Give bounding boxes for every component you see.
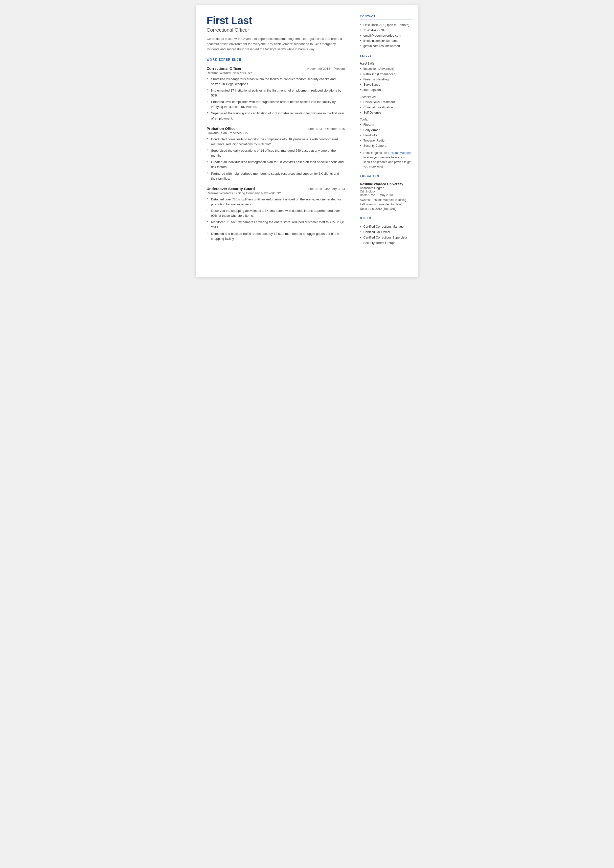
contact-heading: CONTACT [360,15,412,20]
job-bullets-2: Conducted home visits to monitor the com… [207,137,345,181]
skill-technique-3: Self Defense [360,110,412,115]
contact-location: Little Rock, AR (Open to Remote) [360,23,412,28]
candidate-name: First Last [207,15,345,26]
skill-tool-3: Handcuffs [360,133,412,138]
bullet-2-4: Partnered with neighborhood members to s… [207,171,345,181]
skills-techniques-list: Correctional Treatment Criminal Investig… [360,100,412,116]
skill-tool-4: Two-way Radio [360,138,412,143]
bullet-3-4: Detected and blocked traffic routes used… [207,231,345,241]
skills-tools-label: Tools: [360,118,412,121]
job-bullets-3: Detained over 780 shoplifters until law … [207,197,345,241]
skills-tools-list: Firearm Body Armor Handcuffs Two-way Rad… [360,122,412,149]
skills-note-prefix: Don't forget to use [363,151,389,155]
sidebar: CONTACT Little Rock, AR (Open to Remote)… [354,5,419,277]
bullet-1-4: Supervised the training and certificatio… [207,111,345,121]
skill-technique-1: Correctional Treatment [360,100,412,105]
bullet-1-3: Enforced 95% compliance with thorough se… [207,99,345,109]
job-header-3: Undercover Security Guard June 2010 – Ja… [207,186,345,191]
skill-hard-3: Firearms Handling [360,77,412,82]
resume-page: First Last Correctional Officer Correcti… [196,5,419,277]
bullet-3-1: Detained over 780 shoplifters until law … [207,197,345,207]
skill-hard-1: Inspection (Advanced) [360,66,412,71]
skills-hard-label: Hard Skills: [360,62,412,65]
skills-note-suffix: to scan your resume before you send it o… [363,156,411,168]
bullet-3-3: Monitored 11 security cameras covering t… [207,220,345,230]
job-title-2: Probation Officer [207,126,237,130]
skill-tool-2: Body Armor [360,128,412,133]
resume-worded-link[interactable]: Resume Worded [389,151,411,155]
job-company-3: Resume Worded's Exciting Company, New Yo… [207,191,345,195]
job-block-1: Correctional Officer November 2015 – Pre… [207,66,345,121]
skills-note: Don't forget to use Resume Worded to sca… [360,151,412,169]
job-title-3: Undercover Security Guard [207,186,255,191]
name-section: First Last Correctional Officer [207,15,345,33]
job-dates-2: June 2013 – October 2015 [307,127,345,130]
skills-techniques-label: Techniques: [360,95,412,99]
summary-text: Correctional officer with 10 years of ex… [207,36,345,52]
main-column: First Last Correctional Officer Correcti… [196,5,354,277]
other-item-2: Certified Jail Officer. [360,230,412,235]
other-heading: OTHER [360,216,412,221]
skill-hard-4: Surveillance [360,82,412,87]
job-header-1: Correctional Officer November 2015 – Pre… [207,66,345,70]
contact-section: CONTACT Little Rock, AR (Open to Remote)… [360,15,412,49]
bullet-2-3: Created an individualized reintegration … [207,160,345,169]
job-block-3: Undercover Security Guard June 2010 – Ja… [207,186,345,241]
contact-github: github.com/resumeworded [360,43,412,49]
job-company-2: Growthsi, San Francisco, CA [207,131,345,135]
candidate-title: Correctional Officer [207,27,345,33]
bullet-1-2: Implemented 17 institutional policies in… [207,88,345,98]
other-item-3: Certified Corrections Supervisor [360,235,412,241]
contact-email: email@resumeworded.com [360,33,412,38]
edu-awards: Awards: Resume Worded Teaching Fellow (o… [360,198,412,211]
job-title-1: Correctional Officer [207,66,242,70]
job-company-1: Resume Worded, New York, NY [207,71,345,75]
edu-degree: Associate Degree [360,186,412,190]
bullet-2-2: Supervised the daily operations of 14 of… [207,148,345,158]
work-experience-section: WORK EXPERIENCE Correctional Officer Nov… [207,58,345,241]
other-item-4: Security Threat Groups [360,241,412,246]
education-heading: EDUCATION [360,174,412,179]
other-item-1: Certified Corrections Manager. [360,224,412,230]
job-dates-1: November 2015 – Present [307,67,345,70]
edu-institution: Resume Worded University [360,182,412,186]
edu-location-date: Boston, MA — May 2010 [360,193,412,197]
job-bullets-1: Surveilled 28 dangerous areas within the… [207,77,345,121]
job-dates-3: June 2010 – January 2013 [307,187,345,191]
work-experience-heading: WORK EXPERIENCE [207,58,345,63]
bullet-3-2: Observed the shopping activities of 1.3K… [207,208,345,218]
job-header-2: Probation Officer June 2013 – October 20… [207,126,345,130]
contact-list: Little Rock, AR (Open to Remote) +1-234-… [360,23,412,49]
skill-tool-1: Firearm [360,122,412,127]
contact-phone: +1-234-456-789 [360,28,412,33]
bullet-1-1: Surveilled 28 dangerous areas within the… [207,77,345,87]
job-block-2: Probation Officer June 2013 – October 20… [207,126,345,181]
bullet-2-1: Conducted home visits to monitor the com… [207,137,345,147]
contact-linkedin: linkedin.com/in/username [360,38,412,43]
skill-hard-5: Interrogation [360,87,412,93]
skills-heading: SKILLS [360,54,412,59]
education-section: EDUCATION Resume Worded University Assoc… [360,174,412,211]
skill-tool-5: Security Camera [360,143,412,149]
other-list: Certified Corrections Manager. Certified… [360,224,412,246]
other-section: OTHER Certified Corrections Manager. Cer… [360,216,412,246]
edu-field: Criminology [360,190,412,193]
skills-section: SKILLS Hard Skills: Inspection (Advanced… [360,54,412,169]
skills-hard-list: Inspection (Advanced) Patrolling (Experi… [360,66,412,93]
skill-hard-2: Patrolling (Experienced) [360,72,412,77]
skill-technique-2: Criminal Investigation [360,105,412,110]
